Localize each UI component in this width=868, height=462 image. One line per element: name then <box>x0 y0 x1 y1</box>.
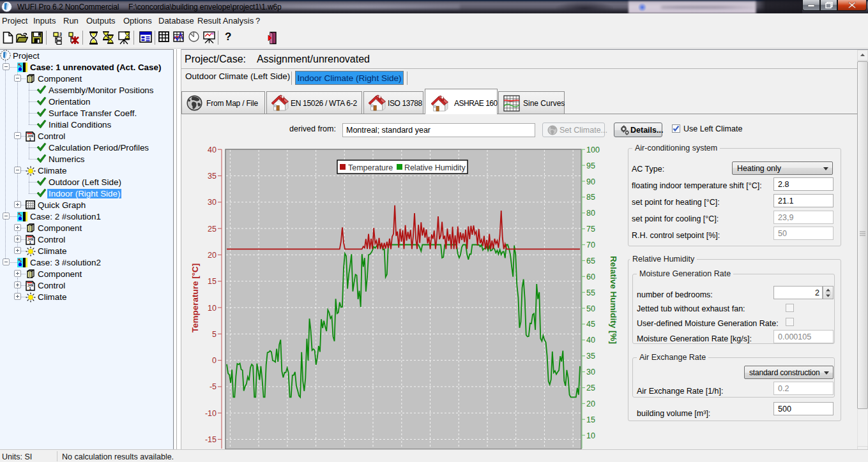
svg-text:40: 40 <box>208 145 217 154</box>
svg-text:Temperature [°C]: Temperature [°C] <box>190 264 200 333</box>
svg-text:40: 40 <box>586 336 595 345</box>
svg-text:30: 30 <box>208 198 217 207</box>
svg-text:-10: -10 <box>205 409 217 418</box>
svg-text:15: 15 <box>208 277 217 286</box>
svg-text:85: 85 <box>586 193 595 202</box>
svg-text:55: 55 <box>586 288 595 297</box>
svg-text:100: 100 <box>586 145 600 154</box>
svg-text:35: 35 <box>586 352 595 361</box>
svg-text:Relative Humidity [%]: Relative Humidity [%] <box>609 256 618 344</box>
svg-text:45: 45 <box>586 320 595 329</box>
svg-text:25: 25 <box>586 384 595 392</box>
svg-text:3: 3 <box>59 32 62 36</box>
svg-text:65: 65 <box>586 257 595 265</box>
svg-text:-5: -5 <box>209 382 217 391</box>
svg-text:10: 10 <box>586 431 595 440</box>
svg-text:25: 25 <box>208 225 217 234</box>
svg-text:35: 35 <box>208 172 217 181</box>
svg-text:95: 95 <box>586 161 595 170</box>
svg-text:Relative Humidity: Relative Humidity <box>404 163 466 172</box>
svg-text:90: 90 <box>586 177 595 186</box>
svg-text:10: 10 <box>208 304 217 313</box>
svg-text:75: 75 <box>586 225 595 234</box>
svg-text:70: 70 <box>586 241 595 250</box>
svg-text:80: 80 <box>586 209 595 218</box>
svg-text:5: 5 <box>212 330 217 339</box>
svg-text:20: 20 <box>208 251 217 260</box>
svg-text:15: 15 <box>586 415 595 424</box>
svg-text:30: 30 <box>586 368 595 376</box>
svg-text:60: 60 <box>586 272 595 281</box>
svg-text:-15: -15 <box>205 435 217 444</box>
svg-text:20: 20 <box>586 399 595 408</box>
svg-text:Temperature: Temperature <box>348 163 393 172</box>
svg-text:50: 50 <box>586 304 595 313</box>
svg-text:0: 0 <box>212 356 217 365</box>
